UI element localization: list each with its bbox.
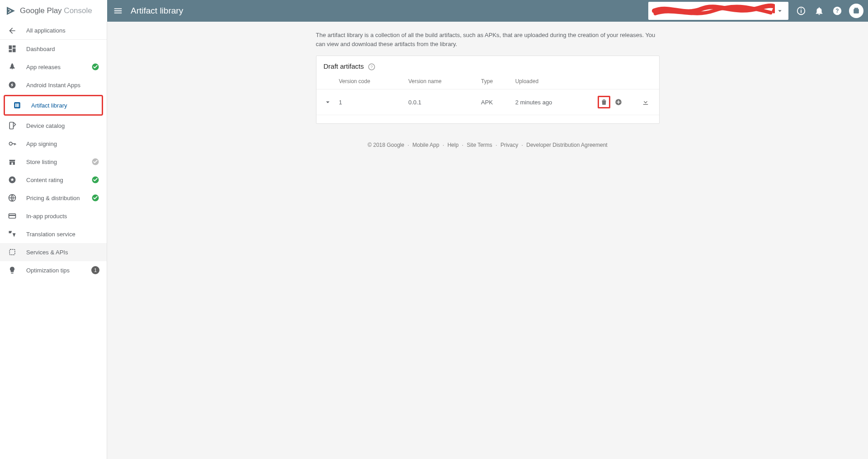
- devices-icon: [7, 121, 17, 131]
- footer-link-mobile-app[interactable]: Mobile App: [412, 142, 439, 148]
- svg-rect-16: [11, 163, 13, 165]
- hamburger-menu-icon[interactable]: [107, 0, 129, 22]
- add-artifact-button[interactable]: [612, 96, 625, 108]
- sidebar-item-content-rating[interactable]: Content rating: [0, 171, 107, 184]
- sidebar-item-device-catalog[interactable]: Device catalog: [0, 117, 107, 135]
- status-done-icon: [91, 63, 99, 71]
- expand-icon[interactable]: [324, 98, 332, 106]
- sidebar-item-store-listing[interactable]: Store listing: [0, 153, 107, 171]
- play-console-icon: [5, 5, 16, 16]
- nav-label: All applications: [26, 27, 66, 34]
- page-title: Artifact library: [131, 6, 183, 16]
- footer-link-help[interactable]: Help: [448, 142, 459, 148]
- card-help-icon[interactable]: ?: [368, 63, 375, 70]
- draft-artifacts-card: Draft artifacts ? Version code Version n…: [316, 56, 660, 124]
- nav-label: Content rating: [26, 177, 63, 183]
- col-version-code: Version code: [335, 74, 405, 89]
- svg-rect-6: [854, 8, 858, 9]
- footer-copyright: © 2018 Google: [368, 142, 404, 148]
- library-icon: [12, 100, 22, 110]
- key-icon: [7, 139, 17, 149]
- footer-link-site-terms[interactable]: Site Terms: [467, 142, 492, 148]
- info-icon[interactable]: [792, 2, 810, 20]
- sidebar-item-app-signing[interactable]: App signing: [0, 135, 107, 153]
- status-grey-icon: [91, 158, 99, 166]
- nav-label: Store listing: [26, 159, 57, 165]
- svg-rect-11: [15, 103, 17, 107]
- status-done-icon: [91, 176, 99, 184]
- sidebar-item-artifact-library[interactable]: Artifact library: [5, 96, 102, 114]
- svg-text:?: ?: [835, 8, 839, 14]
- svg-text:?: ?: [370, 65, 373, 69]
- topbar: Google Play Console Artifact library ?: [0, 0, 868, 22]
- sidebar-highlight-annotation: Artifact library: [4, 95, 103, 116]
- account-avatar[interactable]: [849, 4, 863, 18]
- rating-icon: [7, 175, 17, 184]
- col-uploaded: Uploaded: [512, 74, 591, 89]
- bolt-icon: [7, 80, 17, 90]
- app-switcher[interactable]: [648, 2, 788, 20]
- nav-label: Android Instant Apps: [26, 82, 80, 89]
- nav-label: Dashboard: [26, 46, 55, 52]
- redacted-app-name: [652, 3, 775, 19]
- card-title: Draft artifacts: [324, 62, 364, 70]
- svg-rect-14: [9, 122, 13, 129]
- sidebar: All applications Dashboard App releases …: [0, 22, 107, 184]
- cell-type: APK: [477, 89, 512, 115]
- col-version-name: Version name: [405, 74, 477, 89]
- brand-text: Google Play Console: [20, 6, 92, 15]
- intro-text: The artifact library is a collection of …: [316, 31, 660, 48]
- rocket-icon: [7, 62, 17, 72]
- sidebar-item-instant-apps[interactable]: Android Instant Apps: [0, 76, 107, 94]
- sidebar-item-dashboard[interactable]: Dashboard: [0, 40, 107, 58]
- caret-down-icon: [776, 7, 784, 15]
- notifications-icon[interactable]: [810, 2, 828, 20]
- svg-rect-2: [801, 10, 802, 13]
- cell-version-name: 0.0.1: [405, 89, 477, 115]
- nav-label: Device catalog: [26, 122, 65, 129]
- nav-label: App signing: [26, 141, 57, 147]
- cell-version-code: 1: [335, 89, 405, 115]
- svg-rect-13: [19, 103, 19, 107]
- nav-all-applications[interactable]: All applications: [0, 22, 107, 40]
- footer-link-dda[interactable]: Developer Distribution Agreement: [526, 142, 607, 148]
- footer: © 2018 Google · Mobile App · Help · Site…: [316, 142, 660, 148]
- download-artifact-button[interactable]: [639, 96, 652, 108]
- brand-logo[interactable]: Google Play Console: [0, 0, 107, 22]
- sidebar-item-app-releases[interactable]: App releases: [0, 58, 107, 76]
- svg-rect-12: [17, 103, 18, 107]
- artifacts-table: Version code Version name Type Uploaded: [316, 74, 659, 115]
- svg-rect-3: [801, 9, 802, 9]
- main: The artifact library is a collection of …: [107, 0, 868, 184]
- footer-link-privacy[interactable]: Privacy: [500, 142, 518, 148]
- delete-artifact-button[interactable]: [598, 96, 610, 108]
- nav-label: Artifact library: [31, 102, 67, 109]
- nav-label: App releases: [26, 64, 61, 70]
- cell-uploaded: 2 minutes ago: [512, 89, 591, 115]
- svg-rect-7: [854, 9, 859, 14]
- dashboard-icon: [7, 44, 17, 54]
- help-icon[interactable]: ?: [828, 2, 846, 20]
- artifact-row: 1 0.0.1 APK 2 minutes ago: [316, 89, 659, 115]
- svg-point-15: [9, 142, 12, 145]
- arrow-back-icon: [7, 26, 17, 36]
- store-icon: [7, 157, 17, 167]
- col-type: Type: [477, 74, 512, 89]
